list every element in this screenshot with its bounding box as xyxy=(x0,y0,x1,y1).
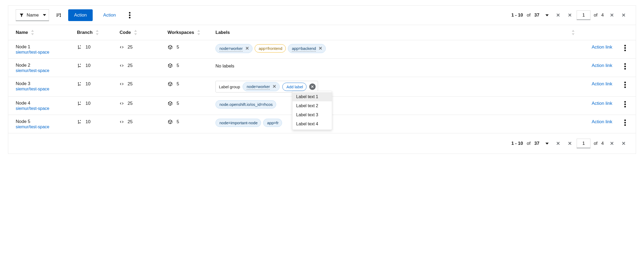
items-per-page-toggle[interactable] xyxy=(541,10,551,20)
cell-kebab xyxy=(612,81,628,89)
node-link[interactable]: siemur/test-space xyxy=(16,106,77,111)
branch-count: 10 xyxy=(85,45,91,50)
sort-icon-button[interactable] xyxy=(54,10,63,20)
cell-branch: 10 xyxy=(77,62,120,68)
col-name[interactable]: Name xyxy=(16,30,77,35)
col-code[interactable]: Code xyxy=(120,30,168,35)
label-chip-text: app=frontend xyxy=(259,46,282,51)
cell-workspaces: 5 xyxy=(168,44,215,50)
no-labels-text: No labels xyxy=(215,62,234,69)
next-page-button[interactable]: ✕ xyxy=(607,139,617,148)
table-header: Name Branch Code Workspaces Labels xyxy=(8,25,636,40)
sort-icon xyxy=(31,30,34,35)
cube-icon xyxy=(168,101,173,106)
label-chip-text: Add label xyxy=(286,84,303,90)
chip-remove-icon[interactable]: ✕ xyxy=(245,45,249,52)
first-page-button[interactable]: ✕ xyxy=(553,10,563,20)
code-icon xyxy=(120,45,124,49)
row-action-link[interactable]: Action link xyxy=(575,100,612,106)
cell-labels: node=important-nodeapp=fr xyxy=(215,119,575,127)
prev-page-button[interactable]: ✕ xyxy=(565,139,574,148)
chip-remove-icon[interactable]: ✕ xyxy=(272,83,276,90)
chip-remove-icon[interactable]: ✕ xyxy=(318,45,322,52)
node-link[interactable]: siemur/test-space xyxy=(16,50,77,55)
row-action-link[interactable]: Action link xyxy=(575,62,612,68)
add-label-button[interactable]: Add label xyxy=(282,83,307,91)
label-chip: node.openshift.io/os_id=rhcos xyxy=(215,100,276,109)
first-page-button[interactable]: ✕ xyxy=(553,139,563,148)
code-count: 25 xyxy=(128,119,133,125)
cell-branch: 10 xyxy=(77,119,120,125)
code-icon xyxy=(120,82,124,86)
node-name: Node 3 xyxy=(16,81,77,87)
branch-count: 10 xyxy=(85,81,91,87)
row-action-link[interactable]: Action link xyxy=(575,81,612,87)
cell-name: Node 1siemur/test-space xyxy=(16,44,77,55)
last-page-button[interactable]: ✕ xyxy=(619,139,628,148)
label-chip-text: app=fr xyxy=(267,120,279,126)
row-action-link[interactable]: Action link xyxy=(575,44,612,50)
code-count: 25 xyxy=(128,63,133,68)
page-input[interactable] xyxy=(577,10,590,20)
workspaces-count: 5 xyxy=(177,101,179,106)
code-count: 25 xyxy=(128,45,133,50)
primary-action-button[interactable]: Action xyxy=(68,9,92,21)
caret-down-icon xyxy=(545,143,549,145)
caret-down-icon xyxy=(545,14,549,16)
label-chip: app=backend✕ xyxy=(288,44,326,53)
node-name: Node 4 xyxy=(16,100,77,106)
link-action-button[interactable]: Action xyxy=(97,9,122,21)
col-branch[interactable]: Branch xyxy=(77,30,120,35)
code-icon xyxy=(120,101,124,106)
cell-kebab xyxy=(612,119,628,127)
items-per-page-toggle[interactable] xyxy=(541,139,551,148)
filter-label: Name xyxy=(27,13,39,18)
code-icon xyxy=(120,120,124,124)
dropdown-item[interactable]: Label text 3 xyxy=(292,110,332,119)
row-kebab-button[interactable] xyxy=(622,44,628,52)
cell-workspaces: 5 xyxy=(168,100,215,106)
branch-count: 10 xyxy=(85,101,91,106)
node-link[interactable]: siemur/test-space xyxy=(16,68,77,73)
last-page-button[interactable]: ✕ xyxy=(619,10,628,20)
label-group-title: Label group xyxy=(219,85,240,89)
page-input[interactable] xyxy=(577,139,590,148)
label-chip: app=frontend xyxy=(255,44,286,53)
row-kebab-button[interactable] xyxy=(622,100,628,108)
label-chip-text: node.openshift.io/os_id=rhcos xyxy=(219,102,273,107)
cell-labels: Label groupnode=worker✕Add label✕Label t… xyxy=(215,81,575,93)
branch-count: 10 xyxy=(85,119,91,125)
col-workspaces[interactable]: Workspaces xyxy=(168,30,215,35)
row-kebab-button[interactable] xyxy=(622,62,628,70)
dropdown-item[interactable]: Label text 4 xyxy=(292,119,332,129)
filter-select[interactable]: Name xyxy=(16,9,49,21)
workspaces-count: 5 xyxy=(177,119,179,125)
dropdown-item[interactable]: Label text 1 xyxy=(292,92,332,101)
row-kebab-button[interactable] xyxy=(622,119,628,127)
label-group-close[interactable]: ✕ xyxy=(309,83,316,90)
cell-code: 25 xyxy=(120,81,168,87)
cell-branch: 10 xyxy=(77,44,120,50)
node-link[interactable]: siemur/test-space xyxy=(16,125,77,129)
pagination-bottom: 1 - 10 of 37 ✕ ✕ of 4 xyxy=(511,139,628,148)
branch-icon xyxy=(77,101,82,106)
cell-code: 25 xyxy=(120,62,168,68)
table-footer: 1 - 10 of 37 ✕ ✕ of 4 xyxy=(8,133,636,154)
cell-branch: 10 xyxy=(77,100,120,106)
row-kebab-button[interactable] xyxy=(622,81,628,89)
label-chip-text: node=worker xyxy=(247,84,270,90)
of-pages-label: of 4 xyxy=(594,141,604,146)
dropdown-item[interactable]: Label text 2 xyxy=(292,101,332,110)
node-link[interactable]: siemur/test-space xyxy=(16,87,77,91)
toolbar-kebab[interactable] xyxy=(127,11,133,19)
cube-icon xyxy=(168,81,173,87)
col-labels[interactable]: Labels xyxy=(215,30,575,35)
prev-page-button[interactable]: ✕ xyxy=(565,10,574,20)
code-icon xyxy=(120,63,124,68)
workspaces-count: 5 xyxy=(177,45,179,50)
next-page-button[interactable]: ✕ xyxy=(607,10,617,20)
cell-code: 25 xyxy=(120,44,168,50)
table-row: Node 1siemur/test-space10255node=worker✕… xyxy=(8,40,636,59)
row-action-link[interactable]: Action link xyxy=(575,119,612,125)
caret-down-icon xyxy=(43,14,46,16)
